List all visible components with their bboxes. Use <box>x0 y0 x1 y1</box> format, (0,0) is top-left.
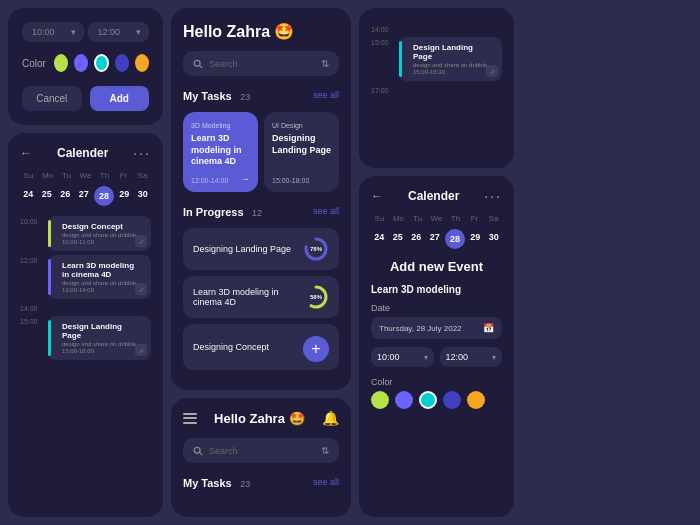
bottom-phone-card: Hello Zahra 🤩 🔔 Search ⇅ My Tasks 23 see <box>171 398 351 517</box>
r-day-28-today[interactable]: 28 <box>445 229 465 249</box>
time-start-select[interactable]: 10:00 ▾ <box>22 22 84 42</box>
greeting-text-bottom: Hello Zahra <box>214 411 285 426</box>
event-time-2: 13:00-14:00 <box>56 287 143 293</box>
cancel-button[interactable]: Cancel <box>22 86 82 111</box>
cal-header: ← Calender ··· <box>20 145 151 161</box>
task-card-landing-page[interactable]: UI Design Designing Landing Page 15:00-1… <box>264 112 339 192</box>
hamburger-menu[interactable] <box>183 413 197 424</box>
arrow-icon-1: → <box>240 173 250 184</box>
svg-point-6 <box>194 447 200 453</box>
color-option-2[interactable] <box>74 54 88 72</box>
event-landing-page: Design Landing Page design and share on … <box>48 316 151 360</box>
add-event-title: Add new Event <box>371 259 502 274</box>
task-category-2: UI Design <box>272 122 331 129</box>
r-day-24[interactable]: 24 <box>371 229 388 249</box>
task-category-1: 3D Modeling <box>191 122 250 129</box>
event-bar-3 <box>48 320 51 356</box>
r-day-29[interactable]: 29 <box>467 229 484 249</box>
time-end-text: 12:00 <box>446 352 469 362</box>
day-29[interactable]: 29 <box>116 186 133 206</box>
filter-icon[interactable]: ⇅ <box>321 58 329 69</box>
greeting-row-bottom: Hello Zahra 🤩 <box>214 411 305 426</box>
progress-pct-1: 78% <box>310 246 322 252</box>
right-day-labels: Su Mo Tu We Th Fr Sa <box>371 214 502 223</box>
right-event-title-1: Design Landing Page <box>407 43 494 61</box>
color-option-4[interactable] <box>115 54 129 72</box>
r-color-3[interactable] <box>419 391 437 409</box>
in-progress-title-group: In Progress 12 <box>183 202 262 220</box>
right-calendar-title: Calender <box>408 189 459 203</box>
main-tasks-card: Hello Zahra 🤩 Search ⇅ My Tasks 23 see a… <box>171 8 351 390</box>
r-day-th: Th <box>447 214 464 223</box>
column-right: 14:00 15:00 Design Landing Page design a… <box>359 8 514 517</box>
right-calendar-card: ← Calender ··· Su Mo Tu We Th Fr Sa 24 2… <box>359 176 514 517</box>
r-color-5[interactable] <box>467 391 485 409</box>
r-color-2[interactable] <box>395 391 413 409</box>
right-back-button[interactable]: ← <box>371 189 383 203</box>
right-event-sub-1: design and share on dribble <box>407 62 494 68</box>
day-27[interactable]: 27 <box>76 186 93 206</box>
right-more-options[interactable]: ··· <box>484 188 502 204</box>
in-progress-count: 12 <box>252 208 262 218</box>
right-event-icon-1: ⤢ <box>486 65 498 77</box>
r-day-fr: Fr <box>466 214 483 223</box>
calendar-icon: 📅 <box>483 323 494 333</box>
day-24[interactable]: 24 <box>20 186 37 206</box>
more-options-button[interactable]: ··· <box>133 145 151 161</box>
tasks-grid: 3D Modeling Learn 3D modeling in cinema … <box>183 112 339 192</box>
tasks-see-all-bottom[interactable]: see all <box>313 477 339 487</box>
r-day-26[interactable]: 26 <box>408 229 425 249</box>
r-color-4[interactable] <box>443 391 461 409</box>
progress-item-1[interactable]: Designing Landing Page 78% <box>183 228 339 270</box>
color-option-3[interactable] <box>94 54 109 72</box>
timeline-row-1500: 15:00 Design Landing Page design and sha… <box>20 316 151 360</box>
r-day-27[interactable]: 27 <box>427 229 444 249</box>
external-link-icon-2: ⤢ <box>135 283 147 295</box>
color-row-right <box>371 391 502 409</box>
bell-icon[interactable]: 🔔 <box>322 410 339 426</box>
add-fab-button[interactable]: + <box>303 336 329 362</box>
day-28-today[interactable]: 28 <box>94 186 114 206</box>
right-cal-header: ← Calender ··· <box>371 188 502 204</box>
r-day-30[interactable]: 30 <box>486 229 503 249</box>
color-option-5[interactable] <box>135 54 149 72</box>
event-card-3: Design Landing Page design and share on … <box>48 316 151 360</box>
my-tasks-header-bottom: My Tasks 23 see all <box>183 473 339 491</box>
date-input-field[interactable]: Thursday, 28 July 2022 📅 <box>371 317 502 339</box>
time-1200: 12:00 <box>20 255 42 264</box>
event-card-1: Design Concept design and share on dribb… <box>48 216 151 251</box>
event-time-3: 15:00-16:00 <box>56 348 143 354</box>
day-fr: Fr <box>115 171 132 180</box>
right-time-1400: 14:00 <box>371 24 393 33</box>
time-start-input[interactable]: 10:00 ▾ <box>371 347 434 367</box>
my-tasks-header: My Tasks 23 see all <box>183 86 339 104</box>
task-name-2: Designing Landing Page <box>272 133 331 156</box>
tasks-count-bottom: 23 <box>240 479 250 489</box>
search-bar[interactable]: Search ⇅ <box>183 51 339 76</box>
r-day-25[interactable]: 25 <box>390 229 407 249</box>
color-option-1[interactable] <box>54 54 68 72</box>
right-event-landing: Design Landing Page design and share on … <box>399 37 502 81</box>
event-3d-modeling: Learn 3D modeling in cinema 4D design an… <box>48 255 151 299</box>
tasks-see-all[interactable]: see all <box>313 90 339 100</box>
time-end-select[interactable]: 12:00 ▾ <box>88 22 150 42</box>
day-30[interactable]: 30 <box>135 186 152 206</box>
add-button[interactable]: Add <box>90 86 150 111</box>
r-color-1[interactable] <box>371 391 389 409</box>
my-tasks-label: My Tasks <box>183 90 232 102</box>
progress-item-2[interactable]: Learn 3D modeling in cinema 4D 58% <box>183 276 339 318</box>
day-25[interactable]: 25 <box>39 186 56 206</box>
progress-title-1: Designing Landing Page <box>193 244 303 254</box>
tasks-count: 23 <box>240 92 250 102</box>
filter-icon-bottom[interactable]: ⇅ <box>321 445 329 456</box>
time-end-input[interactable]: 12:00 ▾ <box>440 347 503 367</box>
time-start-text: 10:00 <box>377 352 400 362</box>
progress-item-3[interactable]: Designing Concept + <box>183 324 339 370</box>
in-progress-see-all[interactable]: see all <box>313 206 339 216</box>
time-1500: 15:00 <box>20 316 42 325</box>
svg-line-7 <box>200 452 203 455</box>
task-card-3d-modeling[interactable]: 3D Modeling Learn 3D modeling in cinema … <box>183 112 258 192</box>
back-button[interactable]: ← <box>20 146 32 160</box>
search-bar-bottom[interactable]: Search ⇅ <box>183 438 339 463</box>
day-26[interactable]: 26 <box>57 186 74 206</box>
